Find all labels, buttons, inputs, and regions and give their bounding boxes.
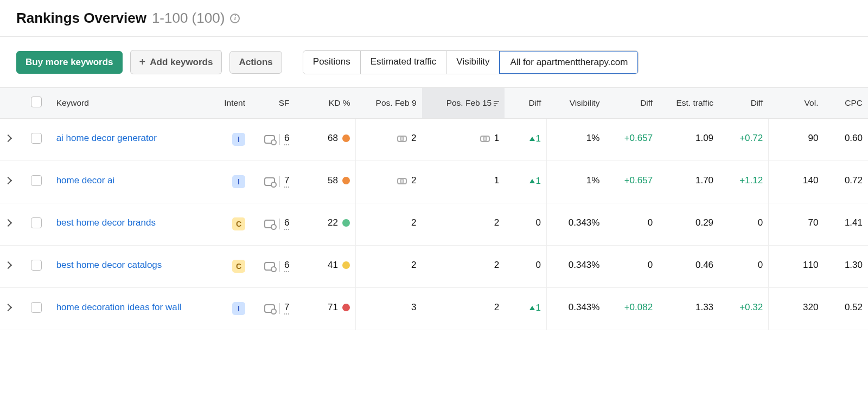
plus-icon: + <box>139 56 146 68</box>
table-row: best home decor catalogs C 6 41 2 2 0 0.… <box>0 246 868 288</box>
table-row: home decor ai I 7 58 2 1 1 1% +0.657 1.7… <box>0 161 868 203</box>
tab-estimated-traffic[interactable]: Estimated traffic <box>361 51 447 74</box>
cpc-value: 0.60 <box>845 133 863 143</box>
table-row: best home decor brands C 6 22 2 2 0 0.34… <box>0 203 868 246</box>
row-checkbox[interactable] <box>31 217 42 228</box>
actions-button[interactable]: Actions <box>229 51 282 74</box>
row-checkbox[interactable] <box>31 260 42 271</box>
kd-dot-icon <box>342 219 350 227</box>
kd-dot-icon <box>342 134 350 142</box>
buy-keywords-button[interactable]: Buy more keywords <box>16 51 123 74</box>
col-sf[interactable]: SF <box>251 88 295 119</box>
toolbar: Buy more keywords +Add keywords Actions … <box>0 37 868 87</box>
keyword-link[interactable]: ai home decor generator <box>56 133 157 143</box>
arrow-up-icon <box>529 179 535 183</box>
est-traffic-value: 1.70 <box>695 175 713 185</box>
row-checkbox[interactable] <box>31 133 42 144</box>
visibility-value: 1% <box>586 133 600 143</box>
col-visibility[interactable]: Visibility <box>547 88 605 119</box>
visibility-diff: +0.657 <box>624 175 653 185</box>
kd-dot-icon <box>342 304 350 311</box>
pos-value: 2 <box>411 217 416 228</box>
col-volume[interactable]: Vol. <box>769 88 824 119</box>
col-pos-feb15[interactable]: Pos. Feb 15 <box>422 88 505 119</box>
visibility-diff: 0 <box>648 260 653 270</box>
col-visibility-diff[interactable]: Diff <box>605 88 658 119</box>
pos-value: 2 <box>411 175 416 186</box>
col-est-traffic-diff[interactable]: Diff <box>719 88 769 119</box>
cpc-value: 1.30 <box>845 260 863 270</box>
tab-positions[interactable]: Positions <box>303 51 361 74</box>
diff-up: 1 <box>529 133 541 144</box>
visibility-value: 0.343% <box>569 302 600 312</box>
kd-value: 68 <box>328 133 338 144</box>
est-traffic-value: 1.09 <box>695 133 713 143</box>
est-traffic-diff: +0.32 <box>739 302 763 312</box>
expand-row-icon[interactable] <box>4 177 12 184</box>
pos-value: 2 <box>494 260 499 270</box>
intent-badge: I <box>232 302 245 315</box>
sf-count: 6 <box>284 133 289 145</box>
expand-row-icon[interactable] <box>4 134 12 142</box>
est-traffic-diff: +1.12 <box>739 175 763 185</box>
est-traffic-diff: 0 <box>758 217 763 228</box>
keyword-link[interactable]: home decor ai <box>56 175 115 185</box>
arrow-up-icon <box>529 137 535 141</box>
link-icon <box>480 135 490 142</box>
page-header: Rankings Overview 1-100 (100) i <box>0 0 868 37</box>
row-checkbox[interactable] <box>31 175 42 186</box>
intent-badge: I <box>232 175 245 188</box>
keyword-link[interactable]: best home decor brands <box>56 217 156 228</box>
volume-value: 90 <box>808 133 819 143</box>
info-icon[interactable]: i <box>230 14 240 23</box>
est-traffic-value: 1.33 <box>695 302 713 312</box>
cpc-value: 1.41 <box>845 217 863 228</box>
expand-row-icon[interactable] <box>4 304 12 311</box>
intent-badge: C <box>232 217 245 230</box>
sort-icon <box>494 101 499 106</box>
col-keyword[interactable]: Keyword <box>51 88 212 119</box>
cpc-value: 0.52 <box>845 302 863 312</box>
tab-visibility[interactable]: Visibility <box>446 51 500 74</box>
kd-value: 22 <box>328 217 338 228</box>
diff-up: 1 <box>529 176 541 187</box>
kd-value: 71 <box>328 302 338 313</box>
serp-features-icon[interactable] <box>264 262 275 271</box>
tab-all-for-domain[interactable]: All for apartmenttherapy.com <box>499 50 639 74</box>
intent-badge: I <box>232 133 245 146</box>
expand-row-icon[interactable] <box>4 219 12 227</box>
serp-features-icon[interactable] <box>264 304 275 313</box>
serp-features-icon[interactable] <box>264 177 275 186</box>
volume-value: 320 <box>803 302 818 312</box>
pos-value: 2 <box>494 217 499 228</box>
est-traffic-value: 0.29 <box>695 217 713 228</box>
kd-value: 58 <box>328 175 338 186</box>
col-cpc[interactable]: CPC <box>824 88 868 119</box>
link-icon <box>397 135 407 142</box>
keyword-link[interactable]: home decoration ideas for wall <box>56 302 182 312</box>
col-diff[interactable]: Diff <box>505 88 546 119</box>
volume-value: 70 <box>808 217 819 228</box>
col-intent[interactable]: Intent <box>212 88 251 119</box>
row-checkbox[interactable] <box>31 302 42 313</box>
pos-value: 1 <box>494 133 499 144</box>
serp-features-icon[interactable] <box>264 135 275 144</box>
page-title: Rankings Overview <box>16 10 146 27</box>
diff-value: 0 <box>536 260 541 270</box>
keyword-link[interactable]: best home decor catalogs <box>56 260 162 270</box>
pos-value: 3 <box>411 302 416 312</box>
intent-badge: C <box>232 260 245 273</box>
expand-row-icon[interactable] <box>4 261 12 269</box>
serp-features-icon[interactable] <box>264 220 275 228</box>
visibility-diff: +0.657 <box>624 133 653 143</box>
pos-value: 1 <box>494 175 499 185</box>
col-kd[interactable]: KD % <box>295 88 355 119</box>
sf-count: 6 <box>284 260 289 272</box>
col-pos-feb9[interactable]: Pos. Feb 9 <box>355 88 422 119</box>
kd-value: 41 <box>328 260 338 271</box>
pos-value: 2 <box>494 302 499 312</box>
add-keywords-button[interactable]: +Add keywords <box>130 50 222 74</box>
select-all-checkbox[interactable] <box>31 97 42 107</box>
visibility-value: 0.343% <box>569 260 600 270</box>
col-est-traffic[interactable]: Est. traffic <box>658 88 719 119</box>
